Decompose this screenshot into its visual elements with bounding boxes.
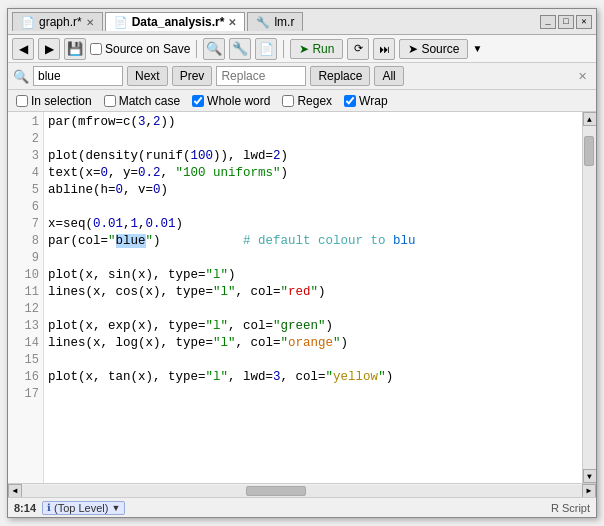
tab-graph-close[interactable]: ✕ xyxy=(86,17,94,28)
match-case-checkbox[interactable] xyxy=(104,95,116,107)
info-icon: ℹ xyxy=(47,502,51,513)
window-controls: _ □ ✕ xyxy=(540,15,592,29)
in-selection-option[interactable]: In selection xyxy=(16,94,92,108)
replace-input[interactable] xyxy=(216,66,306,86)
search-icon: 🔍 xyxy=(13,69,29,84)
source-arrow-icon: ➤ xyxy=(408,42,418,56)
search-bar: 🔍 Next Prev Replace All ✕ xyxy=(8,63,596,90)
scroll-h-thumb[interactable] xyxy=(246,486,306,496)
back-button[interactable]: ◀ xyxy=(12,38,34,60)
tab-data-analysis-icon: 📄 xyxy=(114,16,128,29)
next-search-button[interactable]: Next xyxy=(127,66,168,86)
line-numbers: 1 2 3 4 5 6 7 8 9 10 11 12 13 14 15 16 1… xyxy=(8,112,44,483)
code-editor[interactable]: par(mfrow=c(3,2)) plot(density(runif(100… xyxy=(44,112,582,483)
regex-checkbox[interactable] xyxy=(282,95,294,107)
tab-data-analysis-close[interactable]: ✕ xyxy=(228,17,236,28)
toolbar-separator xyxy=(196,40,197,58)
scroll-up-button[interactable]: ▲ xyxy=(583,112,597,126)
code-line-4: text(x=0, y=0.2, "100 uniforms") xyxy=(48,165,578,182)
whole-word-option[interactable]: Whole word xyxy=(192,94,270,108)
re-run-button[interactable]: ⟳ xyxy=(347,38,369,60)
tab-graph-label: graph.r* xyxy=(39,15,82,29)
replace-all-button[interactable]: All xyxy=(374,66,403,86)
regex-option[interactable]: Regex xyxy=(282,94,332,108)
close-button[interactable]: ✕ xyxy=(576,15,592,29)
settings-button[interactable]: 🔧 xyxy=(229,38,251,60)
toolbar-separator2 xyxy=(283,40,284,58)
tab-data-analysis-label: Data_analysis.r* xyxy=(132,15,225,29)
compile-button[interactable]: 📄 xyxy=(255,38,277,60)
scroll-track[interactable] xyxy=(583,126,596,469)
code-line-2 xyxy=(48,131,578,148)
scope-indicator[interactable]: ℹ (Top Level) ▼ xyxy=(42,501,125,515)
maximize-button[interactable]: □ xyxy=(558,15,574,29)
source-on-save-label[interactable]: Source on Save xyxy=(90,42,190,56)
tab-data-analysis[interactable]: 📄 Data_analysis.r* ✕ xyxy=(105,12,246,31)
code-line-9 xyxy=(48,250,578,267)
code-line-6 xyxy=(48,199,578,216)
prev-search-button[interactable]: Prev xyxy=(172,66,213,86)
scroll-thumb[interactable] xyxy=(584,136,594,166)
horizontal-scrollbar[interactable]: ◀ ▶ xyxy=(8,483,596,497)
code-line-17 xyxy=(48,386,578,403)
whole-word-checkbox[interactable] xyxy=(192,95,204,107)
source-dropdown-arrow[interactable]: ▼ xyxy=(472,43,482,54)
code-line-15 xyxy=(48,352,578,369)
code-line-10: plot(x, sin(x), type="l") xyxy=(48,267,578,284)
title-bar: 📄 graph.r* ✕ 📄 Data_analysis.r* ✕ 🔧 lm.r… xyxy=(8,9,596,35)
wrap-option[interactable]: Wrap xyxy=(344,94,387,108)
tab-lm-icon: 🔧 xyxy=(256,16,270,29)
vertical-scrollbar[interactable]: ▲ ▼ xyxy=(582,112,596,483)
close-search-button[interactable]: ✕ xyxy=(574,69,591,84)
tab-lm-label: lm.r xyxy=(274,15,294,29)
scroll-left-button[interactable]: ◀ xyxy=(8,484,22,498)
status-bar: 8:14 ℹ (Top Level) ▼ R Script xyxy=(8,497,596,517)
main-window: 📄 graph.r* ✕ 📄 Data_analysis.r* ✕ 🔧 lm.r… xyxy=(7,8,597,518)
source-on-save-checkbox[interactable] xyxy=(90,43,102,55)
code-line-7: x=seq(0.01,1,0.01) xyxy=(48,216,578,233)
source-button[interactable]: ➤ Source xyxy=(399,39,468,59)
match-case-option[interactable]: Match case xyxy=(104,94,180,108)
scope-label: (Top Level) xyxy=(54,502,108,514)
toolbar: ◀ ▶ 💾 Source on Save 🔍 🔧 📄 ➤ Run ⟳ ⏭ ➤ S… xyxy=(8,35,596,63)
tab-graph-icon: 📄 xyxy=(21,16,35,29)
forward-button[interactable]: ▶ xyxy=(38,38,60,60)
wrap-checkbox[interactable] xyxy=(344,95,356,107)
search-input[interactable] xyxy=(33,66,123,86)
scroll-right-button[interactable]: ▶ xyxy=(582,484,596,498)
code-line-1: par(mfrow=c(3,2)) xyxy=(48,114,578,131)
code-line-12 xyxy=(48,301,578,318)
run-button[interactable]: ➤ Run xyxy=(290,39,343,59)
code-line-11: lines(x, cos(x), type="l", col="red") xyxy=(48,284,578,301)
code-line-14: lines(x, log(x), type="l", col="orange") xyxy=(48,335,578,352)
next-button[interactable]: ⏭ xyxy=(373,38,395,60)
run-arrow-icon: ➤ xyxy=(299,42,309,56)
code-line-16: plot(x, tan(x), type="l", lwd=3, col="ye… xyxy=(48,369,578,386)
cursor-position: 8:14 xyxy=(14,502,36,514)
scroll-h-track[interactable] xyxy=(22,485,582,497)
code-line-13: plot(x, exp(x), type="l", col="green") xyxy=(48,318,578,335)
minimize-button[interactable]: _ xyxy=(540,15,556,29)
file-type-label: R Script xyxy=(551,502,590,514)
code-line-8: par(col="blue") # default colour to blu xyxy=(48,233,578,250)
tab-lm[interactable]: 🔧 lm.r xyxy=(247,12,303,31)
search-button[interactable]: 🔍 xyxy=(203,38,225,60)
code-area: 1 2 3 4 5 6 7 8 9 10 11 12 13 14 15 16 1… xyxy=(8,112,596,483)
code-line-3: plot(density(runif(100)), lwd=2) xyxy=(48,148,578,165)
tab-graph[interactable]: 📄 graph.r* ✕ xyxy=(12,12,103,31)
replace-button[interactable]: Replace xyxy=(310,66,370,86)
scope-dropdown-icon[interactable]: ▼ xyxy=(111,503,120,513)
options-bar: In selection Match case Whole word Regex… xyxy=(8,90,596,112)
scroll-down-button[interactable]: ▼ xyxy=(583,469,597,483)
code-line-5: abline(h=0, v=0) xyxy=(48,182,578,199)
in-selection-checkbox[interactable] xyxy=(16,95,28,107)
save-button[interactable]: 💾 xyxy=(64,38,86,60)
